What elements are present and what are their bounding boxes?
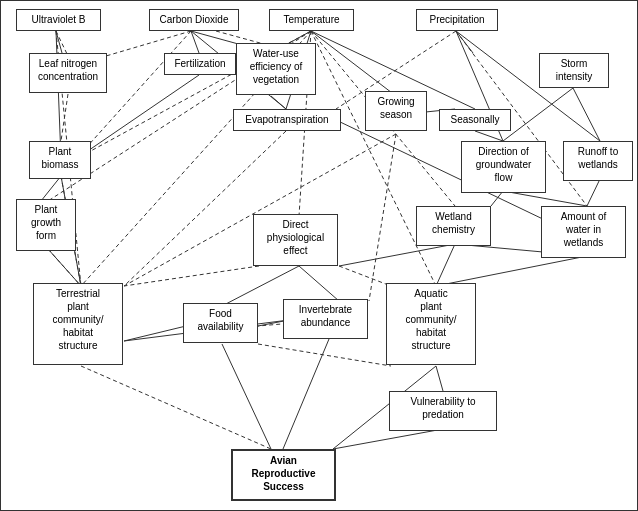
ultraviolet-b-node: Ultraviolet B [16,9,101,31]
svg-line-24 [339,244,455,266]
svg-line-42 [76,31,191,159]
svg-line-23 [436,256,587,286]
temperature-node: Temperature [269,9,354,31]
svg-line-7 [311,31,396,96]
svg-line-13 [271,96,286,109]
svg-line-37 [222,344,271,449]
plant-biomass-node: Plantbiomass [29,141,91,179]
svg-line-57 [48,249,81,286]
aquatic-plant-node: Aquaticplantcommunity/habitatstructure [386,283,476,365]
evapotranspiration-node: Evapotranspiration [233,109,341,131]
diagram-container: Ultraviolet B Carbon Dioxide Temperature… [0,0,638,511]
direct-physiological-node: Directphysiologicaleffect [253,214,338,266]
storm-intensity-node: Stormintensity [539,53,609,88]
precipitation-node: Precipitation [416,9,498,31]
terrestrial-plant-node: Terrestrialplantcommunity/habitatstructu… [33,283,123,365]
invertebrate-abundance-node: Invertebrateabundance [283,299,368,339]
svg-line-61 [339,266,391,286]
svg-line-60 [258,344,391,366]
svg-line-20 [491,191,503,206]
plant-growth-form-node: Plantgrowthform [16,199,76,251]
carbon-dioxide-node: Carbon Dioxide [149,9,239,31]
svg-line-29 [299,266,339,301]
svg-line-54 [369,134,396,301]
svg-line-36 [333,429,443,449]
fertilization-node: Fertilization [164,53,236,75]
svg-line-25 [436,244,455,286]
svg-line-31 [124,326,186,341]
svg-line-18 [475,131,503,141]
direction-groundwater-node: Direction ofgroundwaterflow [461,141,546,193]
svg-line-19 [587,179,600,206]
svg-line-58 [81,366,271,449]
svg-line-26 [41,176,61,201]
svg-line-9 [456,31,473,53]
svg-line-21 [503,191,587,206]
svg-line-14 [573,88,600,141]
svg-line-34 [283,339,329,449]
svg-line-2 [191,31,199,53]
amount-water-node: Amount ofwater inwetlands [541,206,626,258]
seasonally-node: Seasonally [439,109,511,131]
svg-line-28 [48,249,81,286]
water-use-efficiency-node: Water-useefficiency ofvegetation [236,43,316,95]
vulnerability-node: Vulnerability topredation [389,391,497,431]
growing-season-node: Growingseason [365,91,427,131]
svg-line-52 [61,94,68,141]
avian-reproductive-success-node: AvianReproductiveSuccess [231,449,336,501]
svg-line-1 [56,31,61,159]
svg-line-35 [436,366,443,391]
svg-line-62 [124,266,259,286]
runoff-wetlands-node: Runoff towetlands [563,141,633,181]
wetland-chemistry-node: Wetlandchemistry [416,206,491,246]
leaf-nitrogen-node: Leaf nitrogenconcentration [29,53,107,93]
svg-line-15 [503,88,573,141]
food-availability-node: Foodavailability [183,303,258,343]
